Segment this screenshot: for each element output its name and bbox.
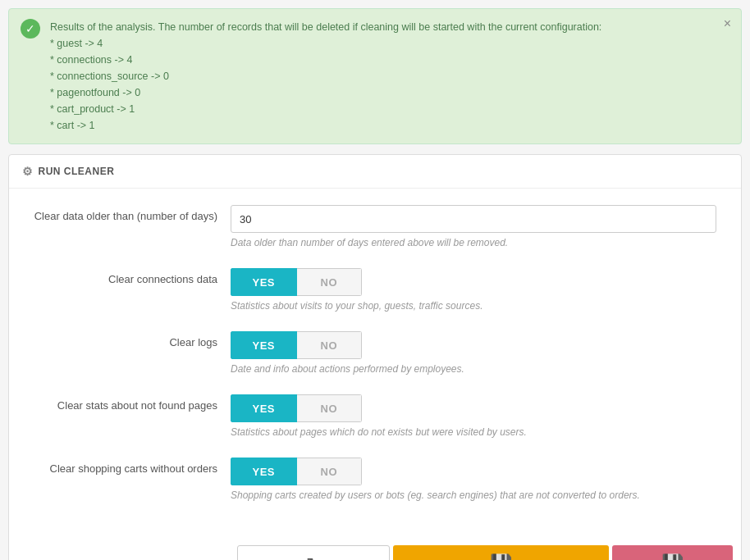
notfound-label: Clear stats about not found pages — [34, 394, 231, 412]
connections-hint: Statistics about visits to your shop, gu… — [231, 300, 716, 312]
gear-icon: ⚙ — [22, 165, 34, 178]
logs-control: YES NO Date and info about actions perfo… — [231, 331, 716, 375]
analyze-button[interactable]: 💾 Analyze amount of data to be removed — [393, 545, 609, 560]
alert-item: * cart_product -> 1 — [50, 101, 712, 117]
alert-item: * cart -> 1 — [50, 117, 712, 134]
logs-yes-button[interactable]: YES — [231, 331, 297, 359]
cron-button[interactable]: ↻ Generate URL for CRON — [237, 545, 390, 560]
carts-toggle: YES NO — [231, 458, 362, 485]
carts-hint: Shopping carts created by users or bots … — [231, 489, 716, 501]
days-hint: Data older than number of days entered a… — [231, 237, 716, 248]
connections-control: YES NO Statistics about visits to your s… — [231, 268, 716, 312]
notfound-control: YES NO Statistics about pages which do n… — [231, 394, 716, 438]
logs-hint: Date and info about actions performed by… — [231, 363, 716, 375]
connections-row: Clear connections data YES NO Statistics… — [34, 268, 716, 312]
connections-label: Clear connections data — [34, 268, 231, 285]
save-icon-analyze: 💾 — [490, 553, 512, 560]
refresh-icon: ↻ — [306, 554, 321, 560]
alert-items: * guest -> 4 * connections -> 4 * connec… — [50, 35, 712, 134]
logs-label: Clear logs — [34, 331, 231, 348]
logs-no-button[interactable]: NO — [297, 331, 363, 359]
alert-item: * guest -> 4 — [50, 35, 712, 52]
save-icon-start: 💾 — [661, 553, 684, 560]
connections-toggle: YES NO — [231, 268, 362, 296]
days-input[interactable] — [231, 205, 716, 233]
logs-toggle: YES NO — [231, 331, 362, 359]
success-icon: ✓ — [21, 19, 40, 39]
carts-no-button[interactable]: NO — [297, 458, 363, 485]
cleaner-card: ⚙ RUN CLEANER Clear data older than (num… — [8, 154, 742, 560]
days-label: Clear data older than (number of days) — [34, 205, 231, 222]
carts-control: YES NO Shopping carts created by users o… — [231, 458, 716, 501]
connections-no-button[interactable]: NO — [297, 268, 363, 296]
notfound-row: Clear stats about not found pages YES NO… — [34, 394, 716, 438]
notfound-no-button[interactable]: NO — [297, 394, 363, 422]
card-header: ⚙ RUN CLEANER — [9, 155, 741, 189]
days-control: Data older than number of days entered a… — [231, 205, 716, 248]
card-body: Clear data older than (number of days) D… — [9, 189, 741, 537]
alert-close-button[interactable]: × — [724, 17, 731, 30]
action-bar: ↻ Generate URL for CRON 💾 Analyze amount… — [9, 537, 741, 560]
notfound-yes-button[interactable]: YES — [231, 394, 297, 422]
alert-item: * connections_source -> 0 — [50, 68, 712, 84]
carts-yes-button[interactable]: YES — [231, 458, 297, 485]
connections-yes-button[interactable]: YES — [231, 268, 297, 296]
notfound-hint: Statistics about pages which do not exis… — [231, 426, 716, 438]
section-title: RUN CLEANER — [39, 166, 115, 177]
carts-row: Clear shopping carts without orders YES … — [34, 458, 716, 501]
days-row: Clear data older than (number of days) D… — [34, 205, 716, 248]
analysis-alert: ✓ × Results of the analysis. The number … — [8, 8, 742, 144]
notfound-toggle: YES NO — [231, 394, 362, 422]
alert-title: Results of the analysis. The number of r… — [50, 19, 712, 35]
alert-item: * pagenotfound -> 0 — [50, 84, 712, 101]
carts-label: Clear shopping carts without orders — [34, 458, 231, 475]
start-cleaning-button[interactable]: 💾 Start cleaning now — [612, 545, 733, 560]
logs-row: Clear logs YES NO Date and info about ac… — [34, 331, 716, 375]
alert-item: * connections -> 4 — [50, 52, 712, 68]
